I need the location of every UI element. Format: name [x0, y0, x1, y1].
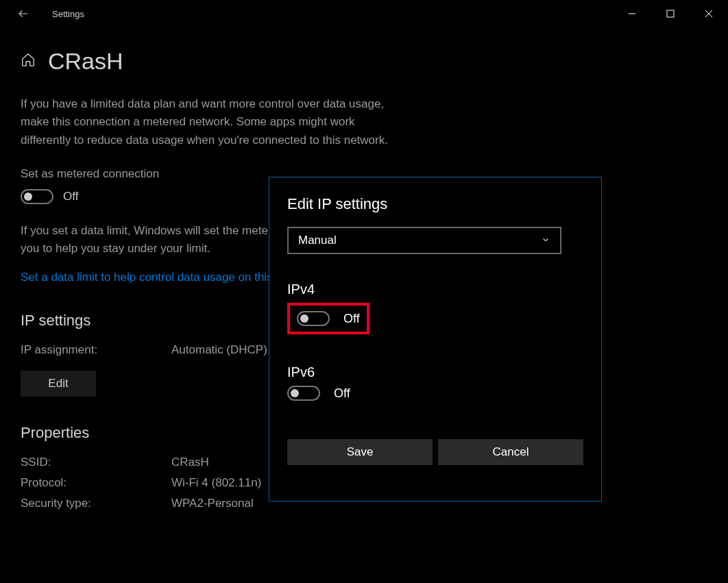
close-button[interactable]: [690, 0, 728, 27]
ipv6-state: Off: [334, 386, 350, 401]
edit-ip-dialog: Edit IP settings Manual IPv4 Off IPv6 Of…: [269, 177, 602, 501]
property-key: Protocol:: [21, 476, 171, 490]
ipv6-block: IPv6 Off: [287, 364, 583, 401]
maximize-button[interactable]: [651, 0, 690, 27]
property-key: Security type:: [21, 497, 171, 510]
ip-assignment-label: IP assignment:: [21, 343, 171, 357]
ipv4-label: IPv4: [287, 282, 583, 297]
svg-rect-1: [667, 10, 674, 17]
metered-toggle[interactable]: [21, 189, 53, 204]
ip-mode-dropdown[interactable]: Manual: [287, 227, 561, 254]
page-title: CRasH: [48, 48, 123, 75]
ipv4-toggle-row: Off: [297, 311, 360, 326]
window-title: Settings: [52, 9, 84, 19]
dialog-buttons: Save Cancel: [287, 439, 583, 465]
ipv4-toggle[interactable]: [297, 311, 330, 326]
window-controls: [613, 0, 728, 27]
property-val: Wi-Fi 4 (802.11n): [171, 476, 261, 490]
chevron-down-icon: [541, 235, 550, 247]
back-button[interactable]: [10, 8, 37, 20]
page-header: CRasH: [21, 48, 404, 75]
metered-state: Off: [63, 190, 78, 203]
ip-assignment-value: Automatic (DHCP): [171, 343, 267, 357]
ipv6-toggle-row: Off: [287, 386, 583, 401]
ipv6-label: IPv6: [287, 364, 583, 380]
ipv6-toggle[interactable]: [287, 386, 320, 401]
cancel-button[interactable]: Cancel: [438, 439, 583, 465]
property-key: SSID:: [21, 456, 171, 469]
minimize-button[interactable]: [613, 0, 651, 27]
property-val: CRasH: [171, 456, 209, 469]
ipv4-highlight: Off: [287, 303, 369, 334]
dialog-title: Edit IP settings: [287, 195, 583, 213]
edit-ip-button[interactable]: Edit: [21, 371, 96, 397]
metered-description: If you have a limited data plan and want…: [21, 95, 404, 149]
dropdown-value: Manual: [298, 234, 337, 247]
property-val: WPA2-Personal: [171, 497, 254, 510]
save-button[interactable]: Save: [287, 439, 433, 465]
ipv4-state: Off: [343, 312, 360, 326]
home-icon: [21, 52, 36, 71]
